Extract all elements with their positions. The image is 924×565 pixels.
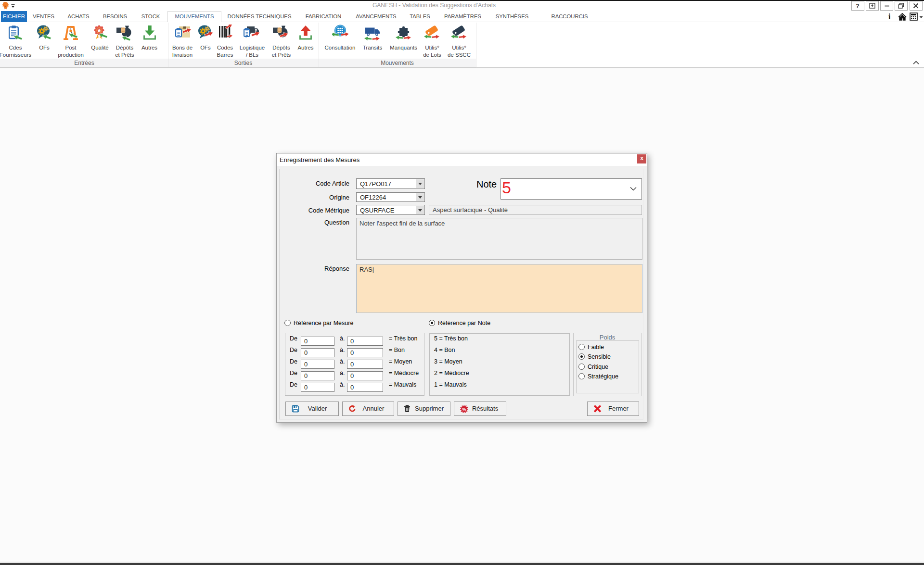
svg-text:%: % — [462, 406, 466, 412]
